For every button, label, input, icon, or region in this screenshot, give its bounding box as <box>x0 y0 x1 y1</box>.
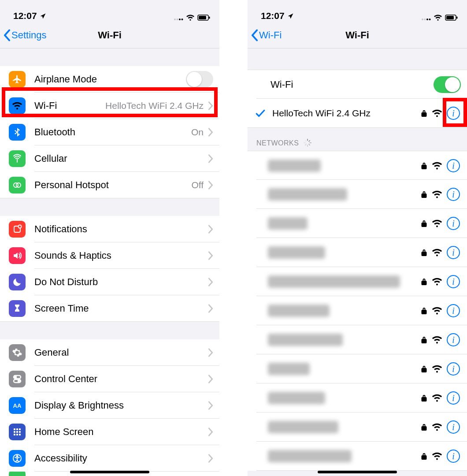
network-name-blurred <box>268 334 343 346</box>
info-button[interactable]: i <box>447 333 460 346</box>
svg-rect-32 <box>16 434 18 435</box>
info-button[interactable]: i <box>447 391 460 405</box>
chevron-right-icon <box>208 225 213 234</box>
network-name-blurred <box>268 275 400 288</box>
battery-icon <box>197 15 211 21</box>
info-button[interactable]: i <box>447 107 460 120</box>
wifi-toggle[interactable] <box>434 76 461 93</box>
wifi-signal-icon <box>432 219 442 228</box>
checkmark-icon <box>255 108 266 119</box>
battery-icon <box>445 15 458 21</box>
connected-network-name: HelloTech WiFi 2.4 GHz <box>272 108 371 119</box>
row-network[interactable]: i <box>248 296 467 325</box>
row-hotspot[interactable]: Personal Hotspot Off <box>0 172 219 198</box>
wifi-signal-icon <box>432 452 442 461</box>
row-network[interactable]: i <box>248 238 467 267</box>
row-detail: On <box>191 127 204 138</box>
row-notifications[interactable]: Notifications <box>0 216 219 242</box>
airplane-icon <box>9 71 26 88</box>
row-accessibility[interactable]: Accessibility <box>0 445 219 472</box>
lock-icon <box>421 109 427 117</box>
row-network[interactable]: i <box>248 180 467 209</box>
row-home-screen[interactable]: Home Screen <box>0 419 219 445</box>
chevron-right-icon <box>208 375 213 383</box>
chevron-right-icon <box>208 401 213 410</box>
back-label: Wi-Fi <box>259 30 282 41</box>
row-wifi-toggle[interactable]: Wi-Fi <box>248 70 467 99</box>
chevron-right-icon <box>208 251 213 260</box>
network-name-blurred <box>268 217 308 230</box>
info-button[interactable]: i <box>447 159 460 172</box>
info-button[interactable]: i <box>447 188 460 201</box>
row-sounds[interactable]: Sounds & Haptics <box>0 242 219 269</box>
lock-icon <box>421 278 427 286</box>
info-button[interactable]: i <box>447 275 460 288</box>
networks-header: NETWORKS <box>248 128 467 151</box>
row-label: General <box>34 347 69 358</box>
row-control-center[interactable]: Control Center <box>0 366 219 392</box>
back-button[interactable]: Settings <box>4 29 47 41</box>
back-button[interactable]: Wi-Fi <box>251 29 282 41</box>
lock-icon <box>421 365 427 373</box>
row-connected-network[interactable]: HelloTech WiFi 2.4 GHz i <box>248 99 467 128</box>
row-network[interactable]: i <box>248 151 467 180</box>
home-indicator[interactable] <box>70 471 149 473</box>
info-button[interactable]: i <box>447 420 460 434</box>
spinner-icon <box>303 138 312 147</box>
home-screen-icon <box>9 424 26 440</box>
wifi-signal-icon <box>432 161 442 170</box>
chevron-right-icon <box>208 348 213 357</box>
row-wifi[interactable]: Wi-Fi HelloTech WiFi 2.4 GHz <box>0 93 219 119</box>
control-center-icon <box>9 371 26 387</box>
row-network[interactable]: i <box>248 354 467 383</box>
info-button[interactable]: i <box>447 217 460 230</box>
home-indicator[interactable] <box>318 471 397 473</box>
svg-point-21 <box>15 376 16 378</box>
row-cellular[interactable]: Cellular <box>0 145 219 172</box>
row-label: Notifications <box>34 223 87 235</box>
chevron-right-icon <box>208 278 213 286</box>
notifications-icon <box>9 221 26 238</box>
chevron-right-icon <box>208 428 213 436</box>
row-display[interactable]: AA Display & Brightness <box>0 392 219 419</box>
row-network[interactable]: i <box>248 325 467 354</box>
page-title: Wi-Fi <box>98 30 122 41</box>
info-button[interactable]: i <box>447 362 460 376</box>
row-general[interactable]: General <box>0 339 219 366</box>
svg-rect-28 <box>14 431 15 433</box>
row-network[interactable]: i <box>248 209 467 238</box>
info-button[interactable]: i <box>447 304 460 317</box>
wifi-signal-icon <box>432 423 442 431</box>
svg-text:AA: AA <box>13 402 22 409</box>
row-label: Personal Hotspot <box>34 179 109 191</box>
chevron-left-icon <box>4 29 11 41</box>
network-name-blurred <box>268 421 338 433</box>
svg-point-23 <box>18 380 20 382</box>
chevron-right-icon <box>208 454 213 463</box>
gear-icon <box>9 344 26 361</box>
row-network[interactable]: i <box>248 413 467 442</box>
row-screentime[interactable]: Screen Time <box>0 295 219 322</box>
airplane-toggle[interactable] <box>186 71 213 88</box>
row-network[interactable]: i <box>248 383 467 413</box>
row-dnd[interactable]: Do Not Disturb <box>0 269 219 295</box>
row-bluetooth[interactable]: Bluetooth On <box>0 119 219 145</box>
wifi-status-icon <box>186 14 195 21</box>
row-label: Cellular <box>34 153 67 164</box>
row-label: Airplane Mode <box>34 74 97 85</box>
row-label: Do Not Disturb <box>34 276 98 288</box>
row-network[interactable]: i <box>248 442 467 471</box>
row-airplane-mode[interactable]: Airplane Mode <box>0 66 219 93</box>
wifi-signal-icon <box>432 364 442 373</box>
lock-icon <box>421 423 427 431</box>
info-button[interactable]: i <box>447 246 460 259</box>
row-label: Accessibility <box>34 453 87 464</box>
row-detail: Off <box>191 180 204 190</box>
wifi-signal-icon <box>432 394 442 402</box>
page-title: Wi-Fi <box>345 30 369 41</box>
row-network[interactable]: i <box>248 267 467 296</box>
info-button[interactable]: i <box>447 450 460 463</box>
lock-icon <box>421 336 427 344</box>
svg-rect-27 <box>19 428 21 430</box>
network-name-blurred <box>268 305 330 317</box>
